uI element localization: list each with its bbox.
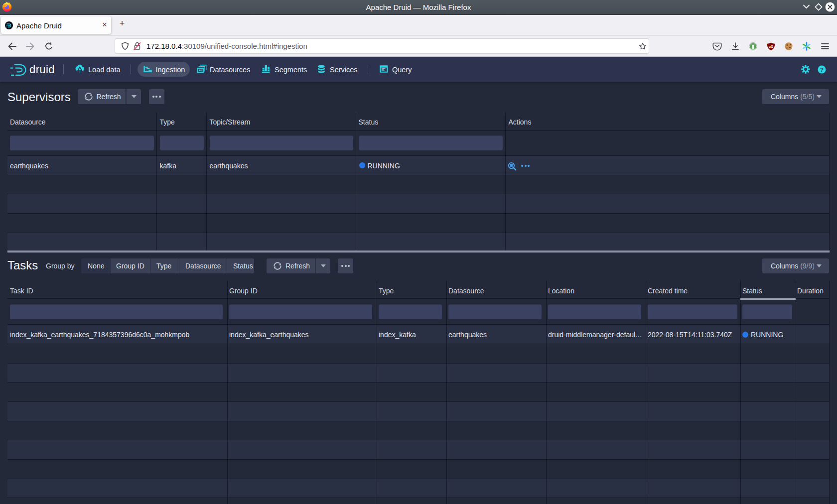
svg-text:?: ? (820, 66, 823, 72)
svg-text:uO: uO (769, 45, 773, 48)
